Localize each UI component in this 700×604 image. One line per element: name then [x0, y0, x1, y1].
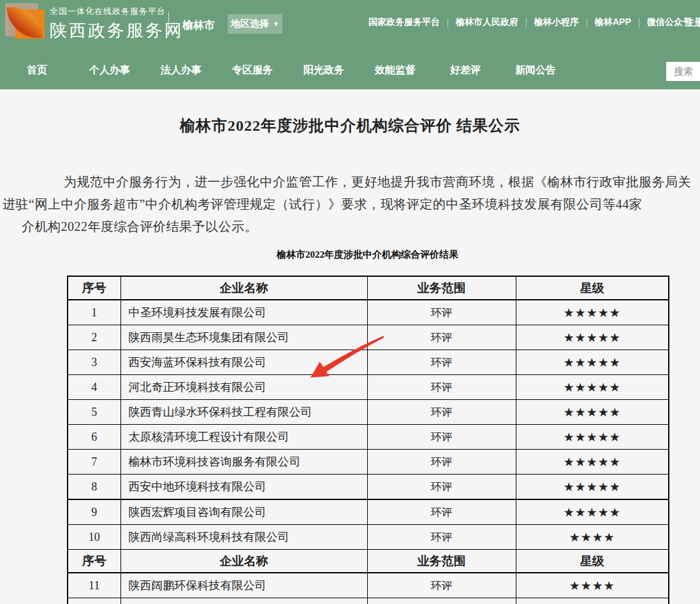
site-name: 陕西政务服务网	[50, 19, 184, 42]
cell-business-scope: 环评	[367, 350, 516, 375]
paragraph-line: 介机构2022年度综合评价结果予以公示。	[22, 218, 258, 235]
cell-business-scope: 环评	[367, 475, 516, 500]
cell-index: 3	[68, 350, 120, 375]
cell-business-scope: 环评	[367, 573, 516, 598]
nav-item-rating[interactable]: 好差评	[450, 64, 481, 77]
register-link[interactable]: 注册	[685, 17, 700, 29]
nav-item-sunshine[interactable]: 阳光政务	[303, 64, 344, 77]
search-input[interactable]: 搜索	[666, 62, 700, 81]
table-row: 9陕西宏辉项目咨询有限公司环评★★★★★	[68, 499, 669, 525]
column-header-2: 业务范围	[367, 550, 516, 573]
cell-star-rating: ★★★★★	[516, 400, 669, 425]
cell-company-name: 中煤科工西安研究院（集团）有限公司	[120, 598, 367, 604]
column-header-0: 序号	[68, 550, 120, 573]
table-row: 7榆林市环境科技咨询服务有限公司环评★★★★★	[68, 450, 669, 475]
table-header-row: 序号企业名称业务范围星级	[68, 550, 669, 573]
nav-item-personal[interactable]: 个人办事	[89, 64, 130, 77]
column-header-3: 星级	[516, 276, 669, 300]
table-row: 4河北奇正环境科技有限公司环评★★★★★	[68, 375, 669, 400]
cell-business-scope: 环评	[367, 375, 516, 400]
cell-company-name: 陕西尚绿高科环境科技有限公司	[120, 525, 367, 550]
nav-item-zones[interactable]: 专区服务	[232, 64, 273, 77]
cell-star-rating: ★★★★	[516, 598, 669, 604]
region-selector-button[interactable]: 地区选择 ▼	[228, 14, 282, 34]
table-row: 12中煤科工西安研究院（集团）有限公司环评★★★★	[68, 598, 669, 604]
cell-index: 12	[68, 598, 120, 604]
link-yulin-app[interactable]: 榆林APP	[595, 17, 631, 28]
cell-company-name: 太原核清环境工程设计有限公司	[120, 425, 367, 450]
cell-star-rating: ★★★★	[516, 573, 669, 598]
column-header-1: 企业名称	[120, 276, 367, 300]
table-header-row: 序号企业名称业务范围星级	[68, 276, 669, 300]
link-separator	[526, 18, 527, 27]
paragraph-line: 进驻“网上中介服务超市”中介机构考评管理规定（试行）》要求，现将评定的中圣环境科…	[3, 196, 642, 213]
cell-index: 7	[68, 450, 120, 475]
link-national-platform[interactable]: 国家政务服务平台	[368, 17, 440, 28]
cell-star-rating: ★★★★★	[516, 350, 669, 375]
cell-star-rating: ★★★★★	[516, 450, 669, 475]
cell-company-name: 西安中地环境科技有限公司	[120, 475, 367, 500]
nav-item-news[interactable]: 新闻公告	[515, 64, 556, 77]
cell-business-scope: 环评	[367, 598, 516, 604]
top-links: 国家政务服务平台 榆林市人民政府 榆林小程序 榆林APP 微信公众号	[368, 17, 692, 28]
cell-star-rating: ★★★★★	[516, 499, 669, 525]
link-separator	[448, 18, 448, 27]
column-header-1: 企业名称	[120, 550, 367, 573]
column-header-0: 序号	[68, 276, 120, 300]
chevron-down-icon: ▼	[273, 20, 279, 27]
cell-index: 5	[68, 400, 120, 425]
nav-item-home[interactable]: 首页	[27, 64, 47, 77]
cell-index: 4	[68, 375, 120, 400]
site-logo	[5, 3, 50, 43]
cell-company-name: 陕西阔鹏环保科技有限公司	[120, 573, 367, 598]
header-divider	[168, 11, 169, 36]
cell-company-name: 河北奇正环境科技有限公司	[120, 375, 367, 400]
link-yulin-miniprogram[interactable]: 榆林小程序	[534, 17, 579, 28]
table-row: 11陕西阔鹏环保科技有限公司环评★★★★	[68, 573, 669, 598]
cell-index: 2	[68, 325, 120, 350]
cell-company-name: 西安海蓝环保科技有限公司	[120, 350, 367, 375]
link-separator	[587, 18, 587, 27]
table-caption: 榆林市2022年度涉批中介机构综合评价结果	[67, 249, 668, 261]
link-separator	[639, 18, 639, 27]
nav-item-supervision[interactable]: 效能监督	[375, 64, 416, 77]
cell-index: 10	[68, 525, 120, 550]
table-row: 10陕西尚绿高科环境科技有限公司环评★★★★	[68, 525, 669, 550]
table-row: 3西安海蓝环保科技有限公司环评★★★★★	[68, 350, 669, 375]
region-selector-label: 地区选择	[231, 18, 269, 30]
page-title: 榆林市2022年度涉批中介机构综合评价 结果公示	[0, 115, 700, 136]
cell-company-name: 陕西青山绿水环保科技工程有限公司	[120, 400, 367, 425]
cell-star-rating: ★★★★	[516, 525, 669, 550]
cell-index: 11	[68, 573, 120, 598]
current-city-label[interactable]: 榆林市	[182, 18, 215, 33]
table-row: 6太原核清环境工程设计有限公司环评★★★★★	[68, 425, 669, 450]
cell-star-rating: ★★★★★	[516, 375, 669, 400]
paragraph-line: 为规范中介服务行为，进一步强化中介监管工作，更好地提升我市营商环境，根据《榆林市…	[64, 173, 691, 191]
column-header-2: 业务范围	[367, 276, 516, 300]
cell-company-name: 榆林市环境科技咨询服务有限公司	[120, 450, 367, 475]
cell-star-rating: ★★★★★	[516, 325, 669, 350]
table-row: 2陕西雨昊生态环境集团有限公司环评★★★★★	[68, 325, 669, 350]
cell-business-scope: 环评	[367, 325, 516, 350]
platform-label: 全国一体化在线政务服务平台	[50, 6, 184, 17]
link-yulin-government[interactable]: 榆林市人民政府	[456, 17, 518, 28]
cell-index: 9	[68, 499, 120, 525]
main-nav: 首页 个人办事 法人办事 专区服务 阳光政务 效能监督 好差评 新闻公告	[0, 56, 700, 84]
cell-index: 6	[68, 425, 120, 450]
cell-business-scope: 环评	[367, 300, 516, 325]
column-header-3: 星级	[516, 550, 669, 573]
cell-business-scope: 环评	[367, 400, 516, 425]
cell-business-scope: 环评	[367, 450, 516, 475]
cell-company-name: 中圣环境科技发展有限公司	[120, 300, 367, 325]
cell-star-rating: ★★★★★	[516, 475, 669, 500]
table-row: 5陕西青山绿水环保科技工程有限公司环评★★★★★	[68, 400, 669, 425]
cell-business-scope: 环评	[367, 525, 516, 550]
cell-business-scope: 环评	[367, 425, 516, 450]
cell-star-rating: ★★★★★	[516, 425, 669, 450]
nav-item-legal[interactable]: 法人办事	[161, 64, 201, 77]
table-row: 1中圣环境科技发展有限公司环评★★★★★	[68, 300, 669, 325]
site-header: 全国一体化在线政务服务平台 陕西政务服务网 榆林市 地区选择 ▼ 国家政务服务平…	[0, 0, 700, 89]
cell-company-name: 陕西雨昊生态环境集团有限公司	[120, 325, 367, 350]
table-row: 8西安中地环境科技有限公司环评★★★★★	[68, 475, 669, 500]
brand-block: 全国一体化在线政务服务平台 陕西政务服务网	[50, 6, 184, 42]
